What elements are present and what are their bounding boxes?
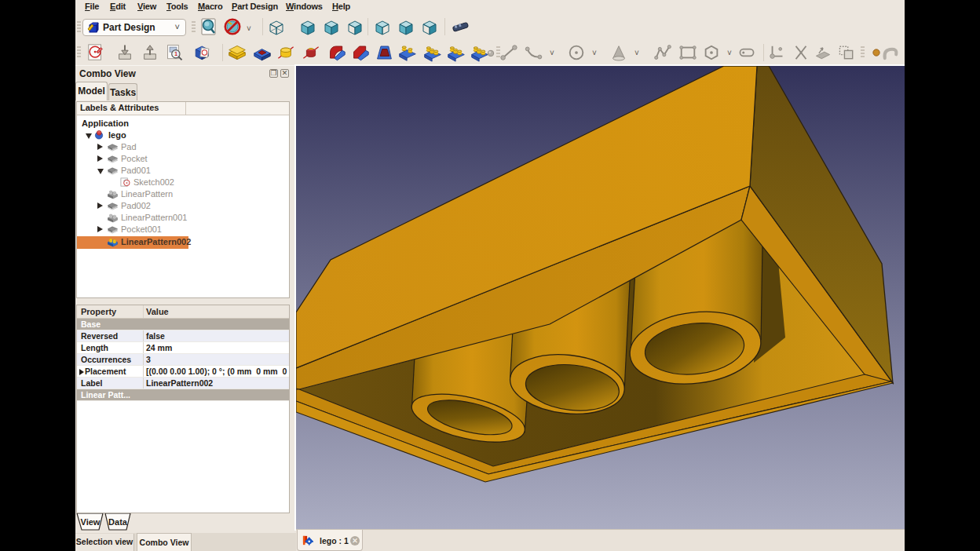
svg-text:View: View bbox=[81, 517, 101, 527]
svg-text:Data: Data bbox=[108, 517, 128, 527]
svg-text:1: 1 bbox=[174, 51, 177, 57]
